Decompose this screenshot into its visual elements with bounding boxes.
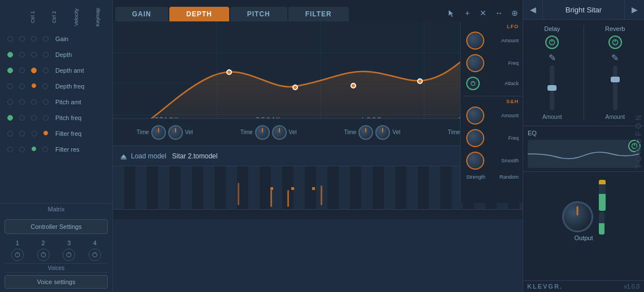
dots-depth-amt (5, 68, 55, 73)
sh-amount-label: Amount (501, 113, 519, 118)
fx-divider (584, 25, 584, 120)
decay-time-knob[interactable] (255, 125, 270, 140)
dot-pitchfreq-ctrl1[interactable] (7, 115, 13, 121)
matrix-row-pitch-freq: Pitch freq (0, 110, 112, 126)
matrix-row-label-filterfreq: Filter freq (55, 130, 108, 137)
dot-depthamt-ctrl2[interactable] (19, 68, 25, 73)
cursor-tool[interactable] (445, 7, 458, 19)
col-label-ctrl2: Ctrl 2 (44, 5, 64, 30)
delete-point-tool[interactable]: ✕ (477, 7, 489, 19)
piano-note-4 (321, 185, 322, 205)
dot-depth-key[interactable] (43, 52, 49, 57)
dot-filterres-vel[interactable] (32, 147, 36, 151)
delay-power-button[interactable] (545, 36, 559, 49)
reverb-power-button[interactable] (608, 36, 622, 49)
delay-pencil-icon[interactable]: ✎ (549, 52, 556, 63)
dot-pitchamt-key[interactable] (43, 99, 49, 105)
version-label: v1.0.0 (624, 284, 639, 290)
sh-freq-knob[interactable] (466, 129, 484, 147)
vel-label-attack: Vel (185, 129, 193, 135)
dot-gain-key[interactable] (43, 36, 49, 42)
reverb-pencil-icon[interactable]: ✎ (611, 52, 619, 63)
dot-pitchfreq-ctrl2[interactable] (19, 115, 25, 121)
dot-depth-vel[interactable] (31, 52, 37, 57)
dot-depthamt-ctrl1[interactable] (7, 68, 13, 73)
dots-filter-res (5, 147, 55, 152)
reverb-fader-thumb[interactable] (611, 77, 620, 82)
dot-gain-ctrl2[interactable] (19, 36, 25, 42)
dot-depthfreq-ctrl1[interactable] (7, 83, 13, 89)
tab-filter[interactable]: FILTER (288, 7, 349, 21)
lfo-amount-knob[interactable] (466, 32, 484, 50)
matrix-row-label-pitchamt: Pitch amt (55, 99, 108, 105)
loop-vel-knob[interactable] (375, 125, 390, 140)
matrix-row-label-pitchfreq: Pitch freq (55, 114, 108, 121)
matrix-row-label-gain: Gain (55, 36, 108, 42)
dot-filterfreq-key[interactable] (43, 131, 48, 135)
tab-depth[interactable]: DEPTH (169, 7, 229, 21)
eq-display[interactable] (528, 140, 639, 168)
stretch-tool[interactable]: ↔ (493, 7, 505, 19)
voice-buttons (5, 249, 108, 261)
voice-power-4[interactable] (89, 249, 101, 261)
voices-section: 1 2 3 4 Voices Voice settings (0, 237, 112, 292)
dot-depth-ctrl1[interactable] (7, 52, 13, 57)
tab-gain[interactable]: GAIN (115, 7, 168, 21)
sh-amount-knob[interactable] (466, 107, 484, 125)
dot-depthfreq-ctrl2[interactable] (19, 83, 25, 89)
voice-power-2[interactable] (37, 249, 50, 261)
attack-vel-knob[interactable] (168, 125, 183, 140)
lfo-attack-power[interactable] (466, 77, 480, 90)
dot-filterfreq-ctrl1[interactable] (7, 131, 13, 136)
dot-pitchfreq-key[interactable] (43, 115, 49, 121)
output-knob[interactable] (562, 201, 593, 232)
env-point-3[interactable] (351, 83, 356, 89)
add-point-tool[interactable]: + (461, 7, 474, 19)
dot-pitchfreq-vel[interactable] (31, 115, 37, 121)
dot-gain-vel[interactable] (31, 36, 37, 42)
dot-filterfreq-ctrl2[interactable] (19, 131, 25, 136)
dot-depthamt-vel[interactable] (31, 68, 37, 73)
eq-title: EQ (528, 130, 639, 136)
load-model-button[interactable]: Load model (120, 152, 167, 160)
snap-tool[interactable]: ⊕ (509, 7, 521, 19)
matrix-row-depth: Depth (0, 47, 112, 63)
dot-pitchamt-ctrl2[interactable] (19, 99, 25, 105)
lfo-freq-knob[interactable] (466, 54, 484, 72)
sh-smooth-knob[interactable] (466, 152, 484, 170)
dot-gain-ctrl1[interactable] (7, 36, 13, 42)
preset-next-button[interactable]: ▶ (624, 0, 644, 20)
dot-depth-ctrl2[interactable] (19, 52, 25, 57)
decay-vel-knob[interactable] (272, 125, 287, 140)
loop-marker-3 (312, 187, 315, 190)
attack-time-knob[interactable] (151, 125, 166, 140)
dot-pitchamt-ctrl1[interactable] (7, 99, 13, 105)
voice-power-3[interactable] (63, 249, 75, 261)
voices-numbers: 1 2 3 4 (5, 240, 108, 246)
reverb-title: Reverb (605, 25, 625, 32)
tab-pitch[interactable]: PITCH (230, 7, 287, 21)
voice-power-1[interactable] (11, 249, 24, 261)
preset-prev-button[interactable]: ◀ (523, 0, 543, 20)
dots-pitch-amt (5, 99, 55, 105)
env-point-1[interactable] (226, 69, 232, 75)
env-point-2[interactable] (292, 85, 298, 90)
dot-filterres-ctrl2[interactable] (19, 147, 25, 152)
dot-filterres-ctrl1[interactable] (7, 147, 13, 152)
dot-depthfreq-vel[interactable] (32, 83, 36, 88)
dot-pitchamt-vel[interactable] (31, 99, 37, 105)
env-point-4[interactable] (417, 78, 423, 84)
delay-fader-thumb[interactable] (547, 85, 557, 91)
dot-depthfreq-key[interactable] (42, 83, 48, 89)
voice-settings-button[interactable]: Voice settings (5, 275, 108, 289)
output-meters (599, 180, 606, 235)
dot-depthamt-key[interactable] (43, 68, 49, 73)
controller-settings-button[interactable]: Controller Settings (5, 219, 108, 234)
loop-time-knob[interactable] (358, 125, 373, 140)
dot-filterres-key[interactable] (42, 147, 48, 152)
dot-filterfreq-vel[interactable] (32, 131, 37, 136)
matrix-row-label-depth: Depth (55, 51, 108, 58)
sh-amount-row: Amount (463, 105, 522, 126)
sh-freq-row: Freq (463, 128, 522, 148)
output-label: Output (574, 235, 593, 241)
